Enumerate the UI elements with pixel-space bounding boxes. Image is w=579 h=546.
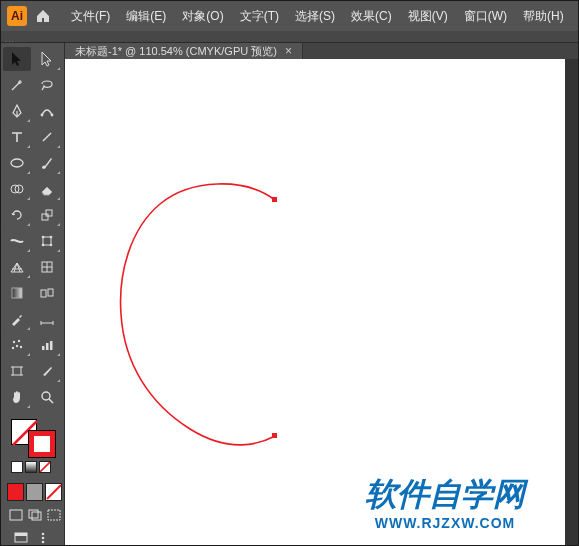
- lasso-tool[interactable]: [33, 73, 61, 97]
- pen-tool[interactable]: [3, 99, 31, 123]
- main-area: 未标题-1* @ 110.54% (CMYK/GPU 预览) × 软件自学网 W…: [1, 43, 578, 545]
- titlebar: Ai 文件(F) 编辑(E) 对象(O) 文字(T) 选择(S) 效果(C) 视…: [1, 1, 578, 31]
- svg-point-18: [16, 345, 18, 347]
- edit-toolbar-icon[interactable]: [33, 529, 53, 545]
- swap-colors-icon[interactable]: [25, 461, 37, 473]
- rotate-tool[interactable]: [3, 203, 31, 227]
- gradient-tool[interactable]: [3, 281, 31, 305]
- svg-point-11: [50, 244, 53, 247]
- screen-mode-row: [3, 529, 62, 545]
- artboard[interactable]: 软件自学网 WWW.RJZXW.COM: [65, 59, 565, 545]
- draw-behind-icon[interactable]: [26, 507, 43, 523]
- svg-point-20: [20, 346, 22, 348]
- svg-point-10: [42, 244, 45, 247]
- magic-wand-tool[interactable]: [3, 73, 31, 97]
- svg-rect-24: [13, 367, 21, 375]
- swatch-red[interactable]: [7, 483, 24, 501]
- menu-file[interactable]: 文件(F): [63, 4, 118, 29]
- canvas-wrap: 软件自学网 WWW.RJZXW.COM: [65, 59, 578, 545]
- svg-point-8: [42, 236, 45, 239]
- ellipse-tool[interactable]: [3, 151, 31, 175]
- fill-stroke-control[interactable]: [3, 415, 62, 477]
- anchor-point-start[interactable]: [272, 197, 277, 202]
- svg-rect-7: [43, 237, 51, 245]
- eraser-tool[interactable]: [33, 177, 61, 201]
- blend-tool[interactable]: [33, 281, 61, 305]
- svg-line-28: [47, 485, 61, 499]
- curvature-tool[interactable]: [33, 99, 61, 123]
- draw-inside-icon[interactable]: [45, 507, 62, 523]
- measure-tool[interactable]: [33, 307, 61, 331]
- app-root: Ai 文件(F) 编辑(E) 对象(O) 文字(T) 选择(S) 效果(C) 视…: [0, 0, 579, 546]
- default-colors-icon[interactable]: [11, 461, 23, 473]
- control-strip: :::: [1, 31, 578, 43]
- screen-mode-icon[interactable]: [11, 529, 31, 545]
- shape-builder-tool[interactable]: [3, 177, 31, 201]
- draw-normal-icon[interactable]: [7, 507, 24, 523]
- hand-tool[interactable]: [3, 385, 31, 409]
- svg-point-17: [18, 340, 20, 342]
- type-tool[interactable]: [3, 125, 31, 149]
- artboard-tool[interactable]: [3, 359, 31, 383]
- menu-object[interactable]: 对象(O): [174, 4, 231, 29]
- drawn-curve-path[interactable]: [121, 184, 275, 445]
- perspective-grid-tool[interactable]: [3, 255, 31, 279]
- symbol-sprayer-tool[interactable]: [3, 333, 31, 357]
- color-swatch-row: [3, 483, 62, 501]
- eyedropper-tool[interactable]: [3, 307, 31, 331]
- free-transform-tool[interactable]: [33, 229, 61, 253]
- selection-tool[interactable]: [3, 47, 31, 71]
- menubar: 文件(F) 编辑(E) 对象(O) 文字(T) 选择(S) 效果(C) 视图(V…: [63, 4, 572, 29]
- svg-point-37: [42, 541, 45, 544]
- home-icon[interactable]: [33, 6, 53, 26]
- close-icon[interactable]: ×: [285, 44, 292, 58]
- draw-mode-row: [3, 507, 62, 523]
- svg-point-9: [50, 236, 53, 239]
- svg-point-2: [11, 159, 23, 167]
- svg-rect-29: [10, 510, 22, 520]
- menu-help[interactable]: 帮助(H): [515, 4, 572, 29]
- svg-rect-6: [46, 210, 52, 216]
- menu-window[interactable]: 窗口(W): [456, 4, 515, 29]
- svg-rect-5: [42, 214, 48, 220]
- scale-tool[interactable]: [33, 203, 61, 227]
- width-tool[interactable]: [3, 229, 31, 253]
- document-tab-title: 未标题-1* @ 110.54% (CMYK/GPU 预览): [75, 44, 277, 59]
- document-area: 未标题-1* @ 110.54% (CMYK/GPU 预览) × 软件自学网 W…: [65, 43, 578, 545]
- zoom-tool[interactable]: [33, 385, 61, 409]
- direct-selection-tool[interactable]: [33, 47, 61, 71]
- anchor-point-end[interactable]: [272, 433, 277, 438]
- menu-select[interactable]: 选择(S): [287, 4, 343, 29]
- menu-view[interactable]: 视图(V): [400, 4, 456, 29]
- mesh-tool[interactable]: [33, 255, 61, 279]
- brush-tool[interactable]: [33, 151, 61, 175]
- line-tool[interactable]: [33, 125, 61, 149]
- svg-rect-14: [41, 290, 46, 297]
- svg-line-27: [40, 462, 50, 472]
- swatch-none[interactable]: [45, 483, 62, 501]
- svg-rect-21: [42, 346, 45, 350]
- svg-point-36: [42, 537, 45, 540]
- svg-rect-15: [48, 289, 53, 296]
- swatch-gray[interactable]: [26, 483, 43, 501]
- svg-rect-30: [29, 510, 38, 518]
- graph-tool[interactable]: [33, 333, 61, 357]
- tools-panel: [1, 43, 65, 545]
- watermark-text-cn: 软件自学网: [365, 473, 525, 517]
- menu-text[interactable]: 文字(T): [232, 4, 287, 29]
- document-tab[interactable]: 未标题-1* @ 110.54% (CMYK/GPU 预览) ×: [65, 43, 303, 59]
- menu-effect[interactable]: 效果(C): [343, 4, 400, 29]
- svg-point-16: [13, 341, 15, 343]
- svg-rect-13: [12, 288, 22, 298]
- svg-point-1: [51, 114, 54, 117]
- menu-edit[interactable]: 编辑(E): [118, 4, 174, 29]
- stroke-swatch[interactable]: [29, 431, 55, 457]
- svg-rect-22: [46, 343, 49, 350]
- none-color-icon[interactable]: [39, 461, 51, 473]
- tab-bar: 未标题-1* @ 110.54% (CMYK/GPU 预览) ×: [65, 43, 578, 59]
- slice-tool[interactable]: [33, 359, 61, 383]
- svg-rect-23: [50, 341, 53, 350]
- svg-rect-34: [15, 533, 27, 536]
- app-logo: Ai: [7, 6, 27, 26]
- svg-point-25: [42, 392, 50, 400]
